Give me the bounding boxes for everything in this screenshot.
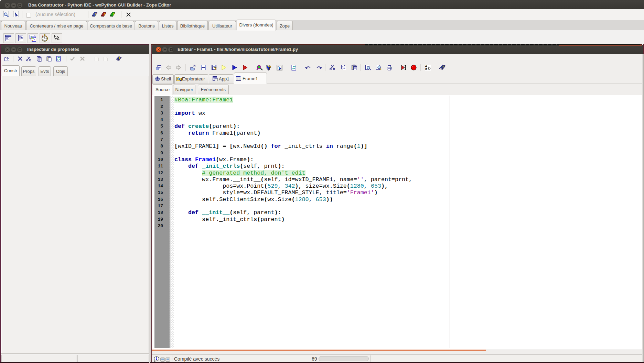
svg-text:?: ? [442,65,444,69]
svg-text:?: ? [112,12,115,16]
svg-text:#: # [425,67,427,71]
svg-text:?: ? [94,12,97,16]
svg-text:?: ? [103,12,106,16]
svg-text:?: ? [118,56,121,60]
svg-text:?: ? [214,66,217,71]
svg-text:?: ? [268,65,271,71]
